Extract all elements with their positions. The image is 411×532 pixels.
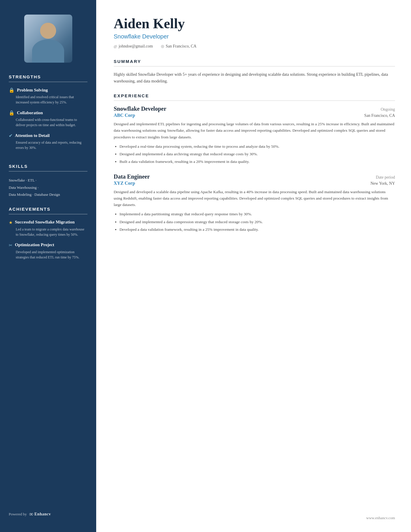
job1-bullets: Developed a real-time data processing sy…	[114, 143, 395, 165]
problem-solving-icon: 🔒	[9, 87, 15, 93]
collaboration-icon: 🔒	[9, 110, 15, 116]
job2-bullets: Implemented a data partitioning strategy…	[114, 211, 395, 233]
enhancv-logo: ∞ Enhancv	[29, 511, 51, 517]
strength-item-3: ✔ Attention to Detail Ensured accuracy o…	[9, 133, 87, 150]
sidebar: STRENGTHS 🔒 Problem Solving Identified a…	[0, 0, 96, 532]
main-footer: www.enhancv.com	[114, 510, 395, 520]
achievement-desc-1: Led a team to migrate a complex data war…	[9, 227, 87, 237]
job1-location: San Francisco, CA	[364, 113, 395, 118]
strength-title-row-2: 🔒 Collaboration	[9, 110, 87, 116]
achievement-title-2: Optimization Project	[15, 242, 54, 247]
candidate-photo	[24, 15, 72, 63]
location-value: San Francisco, CA	[166, 44, 196, 49]
enhancv-logo-icon: ∞	[29, 511, 33, 517]
strength-item-2: 🔒 Collaboration Collaborated with cross-…	[9, 110, 87, 128]
contact-row: @ johndoe@gmail.com ◎ San Francisco, CA	[114, 44, 395, 49]
location-icon: ◎	[161, 44, 164, 49]
job2-bullet-3: Developed a data validation framework, r…	[120, 226, 395, 233]
strength-desc-1: Identified and resolved critical issues …	[9, 94, 87, 105]
candidate-name: Aiden Kelly	[114, 16, 395, 31]
wrench-icon: ✂	[9, 243, 13, 248]
summary-text: Highly skilled Snowflake Developer with …	[114, 71, 395, 84]
strength-desc-3: Ensured accuracy of data and reports, re…	[9, 140, 87, 150]
job2-header-row: Data Engineer Date period	[114, 173, 395, 180]
skills-section: SKILLS Snowflake · ETL · Data Warehousin…	[0, 164, 96, 198]
skills-line-3: Data Modeling · Database Design	[9, 191, 87, 198]
experience-section: EXPERIENCE Snowflake Developer Ongoing A…	[114, 93, 395, 241]
sidebar-footer: Powered by ∞ Enhancv	[0, 505, 96, 520]
strength-desc-2: Collaborated with cross-functional teams…	[9, 117, 87, 128]
strength-title-1: Problem Solving	[17, 88, 48, 93]
main-content: Aiden Kelly Snowflake Developer @ johndo…	[96, 0, 411, 532]
email-value: johndoe@gmail.com	[119, 44, 153, 49]
achievements-title: ACHIEVEMENTS	[9, 207, 87, 214]
strengths-section: STRENGTHS 🔒 Problem Solving Identified a…	[0, 74, 96, 156]
strength-title-3: Attention to Detail	[15, 133, 50, 138]
photo-section	[0, 0, 96, 74]
strength-title-row-1: 🔒 Problem Solving	[9, 87, 87, 93]
achievements-section: ACHIEVEMENTS ★ Successful Snowflake Migr…	[0, 207, 96, 265]
job-item-1: Snowflake Developer Ongoing ABC Corp San…	[114, 105, 395, 165]
achievement-title-row-2: ✂ Optimization Project	[9, 242, 87, 248]
job2-location: New York, NY	[370, 181, 395, 186]
summary-title: SUMMARY	[114, 59, 395, 66]
job1-title: Snowflake Developer	[114, 105, 166, 112]
candidate-header: Aiden Kelly Snowflake Developer @ johndo…	[114, 16, 395, 49]
powered-by-label: Powered by	[9, 512, 27, 517]
enhancv-brand-name: Enhancv	[34, 512, 51, 517]
achievement-item-2: ✂ Optimization Project Developed and imp…	[9, 242, 87, 260]
job2-desc: Designed and developed a scalable data p…	[114, 189, 395, 208]
strength-title-2: Collaboration	[17, 110, 43, 115]
attention-icon: ✔	[9, 133, 13, 138]
contact-email: @ johndoe@gmail.com	[114, 44, 153, 49]
job-item-2: Data Engineer Date period XYZ Corp New Y…	[114, 173, 395, 233]
skills-line-2: Data Warehousing ·	[9, 184, 87, 191]
strength-title-row-3: ✔ Attention to Detail	[9, 133, 87, 138]
achievement-title-1: Successful Snowflake Migration	[15, 220, 75, 225]
experience-title: EXPERIENCE	[114, 93, 395, 101]
achievement-item-1: ★ Successful Snowflake Migration Led a t…	[9, 220, 87, 237]
candidate-job-title: Snowflake Developer	[114, 33, 395, 40]
summary-section: SUMMARY Highly skilled Snowflake Develop…	[114, 59, 395, 84]
job2-company-row: XYZ Corp New York, NY	[114, 181, 395, 186]
job2-title: Data Engineer	[114, 173, 150, 180]
contact-location: ◎ San Francisco, CA	[161, 44, 196, 49]
job1-bullet-3: Built a data validation framework, resul…	[120, 158, 395, 165]
achievement-desc-2: Developed and implemented optimization s…	[9, 249, 87, 260]
website-url: www.enhancv.com	[366, 516, 395, 520]
job1-desc: Designed and implemented ETL pipelines f…	[114, 121, 395, 140]
job2-bullet-1: Implemented a data partitioning strategy…	[120, 211, 395, 217]
achievement-title-row-1: ★ Successful Snowflake Migration	[9, 220, 87, 225]
job2-date: Date period	[376, 175, 395, 180]
email-icon: @	[114, 44, 117, 49]
job1-bullet-1: Developed a real-time data processing sy…	[120, 143, 395, 150]
job1-bullet-2: Designed and implemented a data archivin…	[120, 151, 395, 157]
skills-title: SKILLS	[9, 164, 87, 172]
job2-bullet-2: Designed and implemented a data compress…	[120, 219, 395, 225]
job1-date: Ongoing	[381, 107, 395, 112]
star-icon: ★	[9, 220, 13, 225]
job1-company: ABC Corp	[114, 113, 135, 118]
job1-company-row: ABC Corp San Francisco, CA	[114, 113, 395, 118]
job2-company: XYZ Corp	[114, 181, 135, 186]
job1-header-row: Snowflake Developer Ongoing	[114, 105, 395, 112]
strengths-title: STRENGTHS	[9, 74, 87, 82]
skills-list: Snowflake · ETL · Data Warehousing · Dat…	[9, 177, 87, 198]
strength-item-1: 🔒 Problem Solving Identified and resolve…	[9, 87, 87, 105]
skills-line-1: Snowflake · ETL ·	[9, 177, 87, 184]
